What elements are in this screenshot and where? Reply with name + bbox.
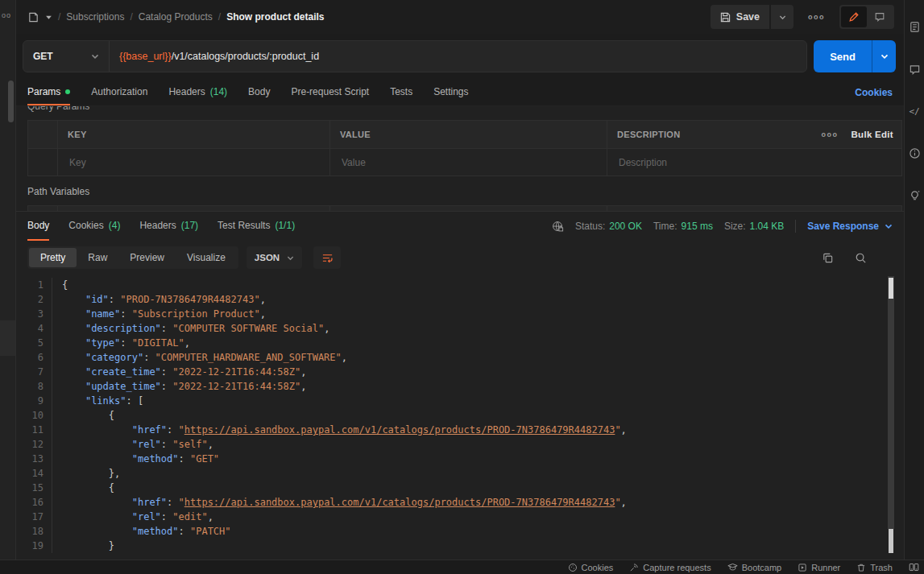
save-options-button[interactable] — [771, 5, 793, 29]
code-token: , — [184, 337, 190, 349]
description-column-header: DESCRIPTION — [607, 121, 800, 148]
column-options-button[interactable]: ooo — [818, 130, 841, 138]
json-link[interactable]: https://api.sandbox.paypal.com/v1/catalo… — [184, 424, 615, 436]
status-badge: Status: 200 OK — [575, 221, 642, 232]
code-token — [62, 526, 132, 537]
save-button-label: Save — [736, 11, 760, 23]
request-url-row: GET {{base_url}}/v1/catalogs/products/:p… — [16, 34, 904, 79]
globe-lock-icon[interactable] — [552, 221, 564, 233]
line-number: 13 — [16, 452, 52, 466]
search-icon[interactable] — [855, 252, 867, 264]
copy-icon[interactable] — [822, 252, 834, 264]
code-token — [62, 352, 85, 363]
panel-scrollbar-thumb[interactable] — [889, 529, 893, 553]
split-panes-icon[interactable] — [909, 562, 919, 572]
tab-label: Params — [27, 86, 60, 97]
response-tab-cookies[interactable]: Cookies (4) — [68, 212, 120, 241]
params-active-dot — [65, 89, 70, 94]
code-token: : — [161, 439, 172, 450]
edit-mode-button[interactable] — [841, 6, 867, 27]
code-line: 7 "create_time": "2022-12-21T16:44:58Z", — [16, 365, 904, 379]
code-token: " — [179, 424, 184, 436]
tab-pre-request-script[interactable]: Pre-request Script — [291, 79, 369, 105]
code-token: : — [161, 511, 172, 522]
context-bar: </ — [904, 0, 924, 560]
chevron-down-icon — [91, 52, 99, 60]
view-preview-button[interactable]: Preview — [118, 248, 176, 267]
footer-label: Capture requests — [643, 563, 711, 572]
response-scrollbar-track[interactable] — [888, 276, 894, 529]
row-select-cell — [28, 121, 57, 148]
comments-button[interactable] — [867, 6, 893, 27]
code-token: "self" — [172, 439, 207, 450]
line-number: 10 — [16, 408, 52, 423]
code-token: "2022-12-21T16:44:58Z" — [172, 366, 300, 378]
sidebar-scrollbar-thumb[interactable] — [8, 81, 14, 122]
tab-body[interactable]: Body — [248, 79, 270, 105]
tab-label: Body — [248, 86, 270, 97]
response-tab-test-results[interactable]: Test Results (1/1) — [218, 212, 295, 241]
tab-count: (4) — [109, 220, 121, 231]
line-number: 7 — [16, 365, 52, 379]
format-selector[interactable]: JSON — [247, 246, 302, 269]
code-snippet-icon[interactable]: </ — [909, 106, 919, 117]
tab-label: Pre-request Script — [291, 86, 369, 97]
tab-tests[interactable]: Tests — [390, 79, 412, 105]
json-link[interactable]: https://api.sandbox.paypal.com/v1/catalo… — [184, 497, 615, 508]
trash-button[interactable]: Trash — [856, 563, 893, 572]
status-bar: Cookies Capture requests Bootcamp Runner… — [0, 560, 924, 574]
view-pretty-button[interactable]: Pretty — [29, 248, 77, 267]
code-token: , — [300, 381, 306, 392]
tab-settings[interactable]: Settings — [433, 79, 468, 105]
code-token — [62, 511, 132, 522]
code-line: 15 { — [16, 481, 904, 495]
cookies-link[interactable]: Cookies — [855, 87, 893, 98]
bootcamp-button[interactable]: Bootcamp — [727, 562, 782, 572]
code-token: "rel" — [132, 439, 161, 450]
tab-headers[interactable]: Headers (14) — [168, 79, 227, 105]
value-input[interactable] — [340, 156, 597, 169]
response-scrollbar-thumb[interactable] — [889, 278, 893, 299]
response-tabs: Body Cookies (4) Headers (17) Test Resul… — [16, 212, 904, 241]
code-token: : [ — [126, 395, 143, 407]
documentation-icon[interactable] — [909, 21, 921, 33]
send-options-button[interactable] — [872, 40, 896, 72]
view-raw-button[interactable]: Raw — [77, 248, 118, 267]
method-selector[interactable]: GET — [23, 41, 109, 72]
file-caret-icon[interactable] — [45, 14, 52, 21]
edit-comment-toggle — [839, 5, 894, 29]
breadcrumb-item-catalog-products[interactable]: Catalog Products — [139, 11, 213, 23]
send-button[interactable]: Send — [814, 40, 872, 72]
save-button[interactable]: Save — [711, 5, 769, 29]
code-token: } — [62, 540, 114, 551]
bulk-edit-button[interactable]: Bulk Edit — [851, 130, 893, 139]
comments-icon[interactable] — [909, 64, 921, 76]
response-body-viewer[interactable]: 1{2 "id": "PROD-7N3786479R4482743",3 "na… — [16, 275, 904, 560]
tab-params[interactable]: Params — [27, 79, 70, 105]
breadcrumb-item-subscriptions[interactable]: Subscriptions — [66, 11, 124, 23]
response-meta: Status: 200 OK Time: 915 ms Size: 1.04 K… — [552, 212, 893, 241]
value-column-header: VALUE — [329, 121, 607, 148]
capture-requests-button[interactable]: Capture requests — [629, 563, 711, 572]
cookies-footer-button[interactable]: Cookies — [568, 563, 614, 572]
code-line: 10 { — [16, 408, 904, 423]
response-tab-body[interactable]: Body — [27, 212, 49, 241]
code-line: 1{ — [16, 278, 904, 292]
more-actions-button[interactable]: ooo — [805, 13, 828, 21]
url-input[interactable]: {{base_url}}/v1/catalogs/products/:produ… — [110, 51, 319, 62]
description-input[interactable] — [617, 156, 790, 169]
runner-button[interactable]: Runner — [798, 563, 840, 572]
view-visualize-button[interactable]: Visualize — [176, 248, 237, 267]
wrap-lines-button[interactable] — [313, 246, 341, 269]
info-icon[interactable] — [909, 147, 921, 159]
code-token: }, — [62, 468, 120, 479]
code-line: 16 "href": "https://api.sandbox.paypal.c… — [16, 495, 904, 510]
save-response-button[interactable]: Save Response — [807, 221, 893, 232]
response-tab-headers[interactable]: Headers (17) — [139, 212, 198, 241]
tab-authorization[interactable]: Authorization — [91, 79, 147, 105]
key-input[interactable] — [68, 156, 320, 169]
save-button-group: Save — [711, 5, 793, 29]
code-token: "2022-12-21T16:44:58Z" — [172, 381, 300, 392]
postbot-icon[interactable] — [909, 190, 921, 202]
request-file-icon[interactable] — [27, 11, 39, 23]
